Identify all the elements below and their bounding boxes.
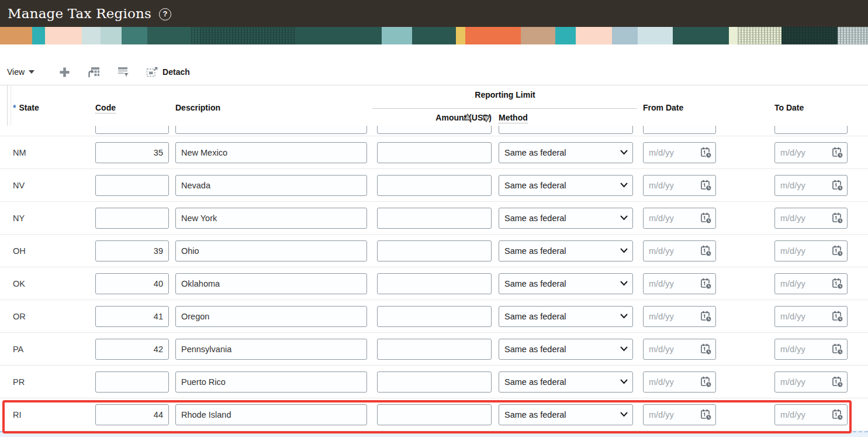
calendar-clock-icon[interactable]: [700, 180, 713, 191]
description-header-label: Description: [175, 103, 220, 112]
detach-icon: [146, 67, 158, 78]
insert-row-button[interactable]: [88, 67, 100, 78]
amount-input[interactable]: [377, 240, 492, 261]
to-date-field: [774, 339, 848, 360]
code-header-label: Code: [95, 103, 116, 113]
calendar-clock-icon[interactable]: [832, 180, 844, 191]
from-date-field: [643, 339, 716, 360]
code-input[interactable]: [95, 273, 169, 294]
amount-input[interactable]: [377, 404, 492, 425]
method-header-label: Method: [499, 113, 528, 123]
code-input[interactable]: [95, 339, 169, 360]
column-header-state[interactable]: *State: [13, 103, 39, 112]
state-label: NV: [13, 181, 95, 190]
method-select[interactable]: Same as federal: [499, 371, 633, 393]
calendar-clock-icon[interactable]: [832, 212, 844, 224]
method-select[interactable]: Same as federal: [499, 240, 633, 261]
table-header: *State Code Description Reporting Limit …: [0, 85, 868, 126]
view-menu-button[interactable]: View: [7, 67, 34, 77]
method-select[interactable]: Same as federal: [499, 208, 633, 229]
decorative-banner: [0, 27, 868, 44]
column-header-to-date[interactable]: To Date: [774, 103, 804, 112]
method-select-wrap: Same as federal: [499, 404, 633, 425]
calendar-clock-icon[interactable]: [700, 245, 713, 257]
help-icon[interactable]: ?: [159, 8, 171, 20]
code-input[interactable]: [95, 142, 169, 163]
code-input[interactable]: [95, 208, 169, 229]
detach-button[interactable]: Detach: [146, 67, 190, 78]
code-input[interactable]: [95, 306, 169, 327]
amount-input[interactable]: [377, 208, 492, 229]
method-select-wrap: Same as federal: [499, 273, 633, 294]
column-header-amount[interactable]: Amount (USD): [377, 113, 492, 122]
amount-input[interactable]: [377, 306, 492, 327]
method-select[interactable]: Same as federal: [499, 339, 633, 360]
description-input[interactable]: [175, 339, 367, 360]
description-input[interactable]: [175, 142, 367, 163]
method-select[interactable]: Same as federal: [499, 142, 633, 163]
page-title: Manage Tax Regions: [8, 6, 151, 21]
table-rows: NM Same as federal: [0, 136, 868, 431]
amount-input[interactable]: [377, 371, 492, 393]
column-header-from-date[interactable]: From Date: [643, 103, 683, 112]
calendar-clock-icon[interactable]: [832, 343, 844, 355]
column-header-method[interactable]: Method: [499, 113, 528, 122]
calendar-clock-icon[interactable]: [832, 376, 844, 388]
sort-descending-icon[interactable]: [482, 115, 490, 122]
description-input[interactable]: [175, 208, 367, 229]
column-header-code[interactable]: Code: [95, 103, 116, 112]
add-row-button[interactable]: [59, 67, 70, 78]
code-input[interactable]: [95, 175, 169, 196]
table-row: PR Same as federal: [0, 366, 868, 398]
calendar-clock-icon[interactable]: [700, 212, 713, 224]
state-label: PR: [13, 377, 95, 387]
table-row: OR Same as federal: [0, 300, 868, 333]
table-toolbar: View: [7, 63, 190, 81]
method-select-wrap: Same as federal: [499, 142, 633, 163]
method-select-wrap: Same as federal: [499, 306, 633, 327]
calendar-clock-icon[interactable]: [700, 343, 713, 355]
amount-input[interactable]: [377, 339, 492, 360]
query-by-example-button[interactable]: [117, 67, 130, 78]
calendar-clock-icon[interactable]: [832, 311, 844, 322]
column-header-description[interactable]: Description: [175, 103, 220, 112]
partial-input: [95, 126, 169, 134]
calendar-clock-icon[interactable]: [700, 409, 713, 421]
description-input[interactable]: [175, 175, 367, 196]
description-input[interactable]: [175, 273, 367, 294]
amount-input[interactable]: [377, 142, 492, 163]
banner-texture: [191, 27, 295, 44]
method-select-wrap: Same as federal: [499, 371, 633, 393]
description-input[interactable]: [175, 240, 367, 261]
state-label: OR: [13, 312, 95, 321]
reporting-limit-label: Reporting Limit: [475, 90, 535, 99]
description-input[interactable]: [175, 404, 367, 425]
to-date-field: [774, 142, 848, 163]
calendar-clock-icon[interactable]: [832, 278, 844, 290]
amount-input[interactable]: [377, 273, 492, 294]
calendar-clock-icon[interactable]: [832, 147, 844, 159]
code-input[interactable]: [95, 371, 169, 393]
method-select[interactable]: Same as federal: [499, 175, 633, 196]
method-select[interactable]: Same as federal: [499, 306, 633, 327]
calendar-clock-icon[interactable]: [700, 311, 713, 322]
reporting-limit-divider: [372, 108, 637, 109]
method-select[interactable]: Same as federal: [499, 273, 633, 294]
calendar-clock-icon[interactable]: [700, 278, 713, 290]
calendar-clock-icon[interactable]: [832, 409, 844, 421]
description-input[interactable]: [175, 371, 367, 393]
calendar-clock-icon[interactable]: [700, 376, 713, 388]
from-date-field: [643, 175, 716, 196]
partial-input: [774, 126, 848, 134]
code-input[interactable]: [95, 240, 169, 261]
state-label: OK: [13, 279, 95, 288]
calendar-clock-icon[interactable]: [832, 245, 844, 257]
method-select[interactable]: Same as federal: [499, 404, 633, 425]
code-input[interactable]: [95, 404, 169, 425]
sort-ascending-icon[interactable]: [464, 113, 472, 121]
partial-next-row: [0, 431, 868, 437]
detach-label: Detach: [162, 67, 190, 77]
amount-input[interactable]: [377, 175, 492, 196]
description-input[interactable]: [175, 306, 367, 327]
calendar-clock-icon[interactable]: [700, 147, 713, 159]
